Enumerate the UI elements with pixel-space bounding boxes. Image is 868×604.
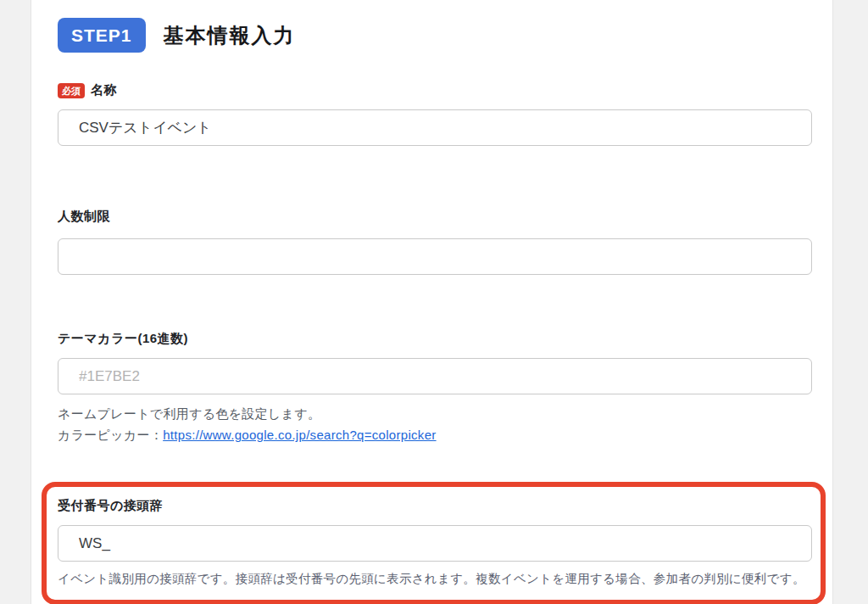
capacity-label-row: 人数制限	[58, 209, 812, 225]
color-picker-link[interactable]: https://www.google.co.jp/search?q=colorp…	[163, 428, 436, 442]
red-highlight-annotation: 受付番号の接頭辞 イベント識別用の接頭辞です。接頭辞は受付番号の先頭に表示されま…	[42, 482, 826, 604]
theme-color-input[interactable]	[58, 358, 812, 394]
reception-prefix-help: イベント識別用の接頭辞です。接頭辞は受付番号の先頭に表示されます。複数イベントを…	[58, 569, 812, 588]
name-label: 名称	[91, 82, 117, 98]
theme-color-help-line2: カラーピッカー：https://www.google.co.jp/search?…	[58, 424, 812, 445]
capacity-label: 人数制限	[58, 209, 110, 225]
form-content: STEP1 基本情報入力 必須 名称 人数制限 テーマカラー(16進数) ネーム…	[31, 0, 832, 604]
form-card: STEP1 基本情報入力 必須 名称 人数制限 テーマカラー(16進数) ネーム…	[31, 0, 833, 604]
theme-color-help: ネームプレートで利用する色を設定します。 カラーピッカー：https://www…	[58, 403, 812, 445]
field-group-name: 必須 名称	[58, 82, 812, 146]
reception-prefix-input[interactable]	[58, 525, 812, 562]
field-group-theme-color: テーマカラー(16進数) ネームプレートで利用する色を設定します。 カラーピッカ…	[58, 331, 812, 445]
step-badge: STEP1	[58, 18, 146, 53]
color-picker-label: カラーピッカー：	[58, 428, 163, 442]
name-input[interactable]	[58, 109, 812, 146]
theme-color-label: テーマカラー(16進数)	[58, 331, 188, 347]
reception-prefix-label-row: 受付番号の接頭辞	[58, 498, 812, 514]
reception-prefix-label: 受付番号の接頭辞	[58, 498, 163, 514]
field-group-reception-prefix: 受付番号の接頭辞 イベント識別用の接頭辞です。接頭辞は受付番号の先頭に表示されま…	[58, 498, 812, 588]
theme-color-label-row: テーマカラー(16進数)	[58, 331, 812, 347]
required-badge: 必須	[58, 83, 85, 98]
section-header: STEP1 基本情報入力	[58, 18, 812, 53]
name-label-row: 必須 名称	[58, 82, 812, 98]
field-group-capacity: 人数制限	[58, 209, 812, 275]
theme-color-help-line1: ネームプレートで利用する色を設定します。	[58, 403, 812, 424]
page-title: 基本情報入力	[164, 22, 296, 49]
capacity-input[interactable]	[58, 238, 812, 275]
